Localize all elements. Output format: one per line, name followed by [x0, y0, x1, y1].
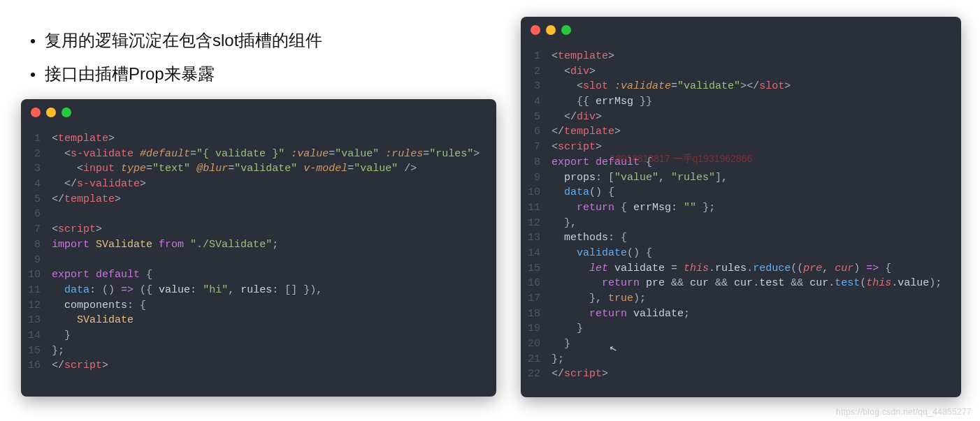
code-content[interactable]: <template> <s-validate #default="{ valid…: [52, 131, 480, 374]
code-editor-left: 12345678910111213141516 <template> <s-va…: [21, 99, 496, 397]
line-gutter: 12345678910111213141516: [21, 131, 52, 374]
window-titlebar: [21, 99, 496, 126]
close-icon[interactable]: [531, 25, 540, 35]
minimize-icon[interactable]: [546, 25, 556, 35]
page-watermark: https://blog.csdn.net/qq_44855277: [836, 407, 972, 417]
close-icon[interactable]: [31, 108, 41, 117]
bullet-item: 复用的逻辑沉淀在包含slot插槽的组件: [21, 29, 322, 52]
bullet-text: 接口由插槽Prop来暴露: [45, 63, 215, 85]
bullet-list: 复用的逻辑沉淀在包含slot插槽的组件 接口由插槽Prop来暴露: [21, 29, 322, 96]
line-gutter: 12345678910111213141516171819202122: [521, 49, 552, 382]
code-area-left[interactable]: 12345678910111213141516 <template> <s-va…: [21, 126, 496, 382]
code-editor-right: 12345678910111213141516171819202122 <tem…: [521, 17, 961, 397]
minimize-icon[interactable]: [46, 108, 56, 117]
bullet-dot-icon: [31, 39, 35, 43]
bullet-dot-icon: [31, 73, 35, 77]
maximize-icon[interactable]: [561, 25, 571, 35]
code-area-right[interactable]: 12345678910111213141516171819202122 <tem…: [521, 43, 961, 390]
code-content[interactable]: <template> <div> <slot :validate="valida…: [552, 49, 942, 382]
bullet-item: 接口由插槽Prop来暴露: [21, 63, 322, 85]
window-titlebar: [521, 17, 961, 43]
bullet-text: 复用的逻辑沉淀在包含slot插槽的组件: [45, 29, 322, 52]
maximize-icon[interactable]: [62, 108, 71, 117]
